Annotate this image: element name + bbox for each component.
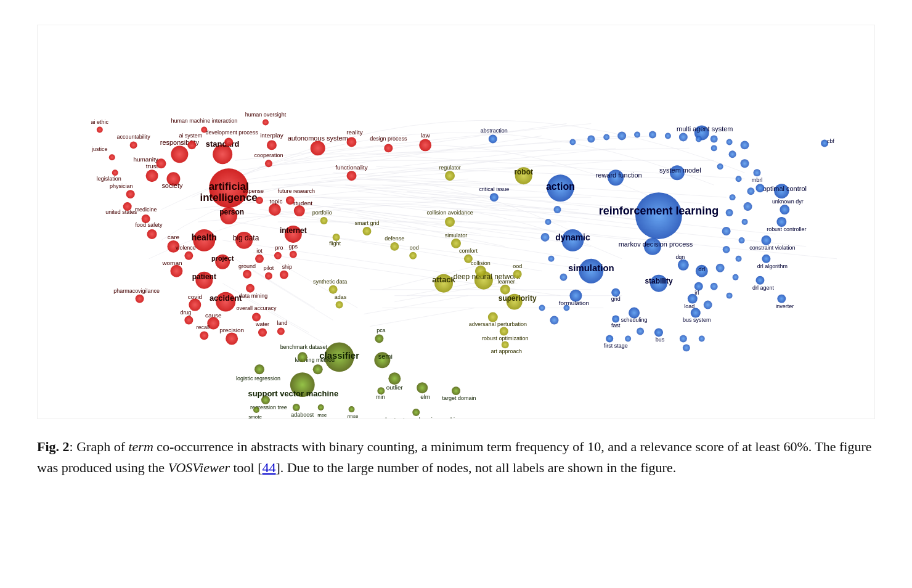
svg-text:interplay: interplay bbox=[260, 132, 283, 139]
svg-text:elm: elm bbox=[420, 393, 430, 400]
svg-point-342 bbox=[710, 135, 718, 142]
svg-text:recall: recall bbox=[197, 324, 210, 330]
svg-point-341 bbox=[696, 136, 702, 142]
svg-point-345 bbox=[554, 206, 561, 213]
svg-text:drug: drug bbox=[180, 309, 191, 316]
svg-text:abstraction: abstraction bbox=[481, 128, 508, 134]
svg-point-331 bbox=[625, 335, 631, 341]
svg-point-320 bbox=[739, 237, 745, 243]
svg-point-315 bbox=[730, 194, 736, 200]
svg-text:superiority: superiority bbox=[499, 294, 537, 303]
svg-text:fast: fast bbox=[611, 322, 621, 329]
svg-point-288 bbox=[688, 294, 698, 304]
svg-text:gps: gps bbox=[289, 243, 298, 250]
svg-text:smote: smote bbox=[248, 414, 262, 419]
svg-point-286 bbox=[606, 335, 613, 342]
svg-text:stability: stability bbox=[645, 277, 673, 285]
svg-text:bus system: bus system bbox=[683, 317, 710, 323]
svg-point-110 bbox=[269, 203, 281, 216]
svg-point-90 bbox=[311, 141, 325, 155]
svg-text:functionality: functionality bbox=[335, 164, 368, 171]
svg-text:legislation: legislation bbox=[97, 176, 121, 182]
svg-point-350 bbox=[563, 305, 569, 311]
svg-text:physician: physician bbox=[110, 183, 132, 189]
svg-point-144 bbox=[265, 272, 272, 280]
svg-text:synthetic data: synthetic data bbox=[313, 279, 347, 285]
svg-point-309 bbox=[729, 150, 736, 158]
svg-text:multi agent system: multi agent system bbox=[677, 125, 733, 133]
svg-text:simulator: simulator bbox=[445, 232, 467, 239]
svg-line-49 bbox=[315, 148, 690, 154]
svg-text:cooperation: cooperation bbox=[254, 152, 283, 158]
svg-text:development process: development process bbox=[206, 129, 259, 136]
svg-point-128 bbox=[184, 251, 193, 260]
svg-text:system model: system model bbox=[659, 166, 701, 174]
svg-point-74 bbox=[109, 154, 115, 160]
svg-point-282 bbox=[654, 328, 663, 337]
svg-point-340 bbox=[679, 133, 688, 141]
svg-point-234 bbox=[336, 301, 343, 309]
svg-text:target domain: target domain bbox=[442, 395, 476, 401]
svg-point-226 bbox=[488, 312, 498, 322]
svg-text:standard: standard bbox=[206, 139, 240, 149]
svg-point-78 bbox=[97, 126, 103, 133]
svg-text:regulator: regulator bbox=[439, 165, 460, 171]
svg-text:cbf: cbf bbox=[827, 138, 834, 144]
svg-text:semi: semi bbox=[378, 353, 393, 360]
svg-point-352 bbox=[539, 305, 545, 311]
svg-text:food safety: food safety bbox=[136, 222, 163, 228]
svg-point-343 bbox=[727, 139, 733, 145]
svg-text:project: project bbox=[211, 255, 234, 262]
svg-point-332 bbox=[637, 327, 644, 335]
svg-point-312 bbox=[753, 169, 760, 176]
svg-point-311 bbox=[741, 159, 749, 168]
svg-point-194 bbox=[293, 404, 300, 411]
svg-point-182 bbox=[313, 364, 323, 374]
svg-point-112 bbox=[294, 205, 305, 216]
svg-point-150 bbox=[136, 295, 144, 303]
svg-point-262 bbox=[489, 134, 497, 143]
svg-point-164 bbox=[226, 332, 238, 345]
svg-point-328 bbox=[680, 335, 687, 342]
svg-text:patient: patient bbox=[192, 272, 216, 281]
svg-point-330 bbox=[683, 344, 690, 351]
svg-point-304 bbox=[755, 276, 764, 285]
svg-line-26 bbox=[309, 185, 474, 197]
svg-point-294 bbox=[755, 184, 764, 192]
svg-point-230 bbox=[502, 341, 509, 348]
svg-text:student: student bbox=[292, 200, 312, 206]
svg-point-339 bbox=[665, 133, 671, 139]
svg-point-308 bbox=[711, 145, 717, 151]
svg-text:dqn: dqn bbox=[675, 254, 685, 260]
svg-line-30 bbox=[364, 296, 468, 314]
svg-text:mse: mse bbox=[317, 412, 327, 418]
svg-point-156 bbox=[184, 316, 193, 325]
svg-text:drl algorithm: drl algorithm bbox=[757, 263, 788, 269]
svg-text:portfolio: portfolio bbox=[312, 210, 332, 216]
svg-point-184 bbox=[298, 352, 307, 362]
svg-text:markov decision process: markov decision process bbox=[619, 240, 693, 248]
svg-text:robust optimization: robust optimization bbox=[482, 335, 528, 341]
svg-text:expense: expense bbox=[243, 188, 264, 194]
svg-point-94 bbox=[384, 144, 393, 152]
svg-point-86 bbox=[187, 141, 196, 149]
svg-text:adaboost: adaboost bbox=[291, 412, 314, 418]
svg-text:united states: united states bbox=[105, 209, 137, 215]
svg-line-32 bbox=[370, 308, 474, 327]
svg-point-323 bbox=[716, 264, 725, 272]
svg-line-14 bbox=[303, 216, 579, 259]
svg-point-188 bbox=[375, 334, 383, 343]
svg-text:humanity: humanity bbox=[133, 156, 158, 163]
svg-point-220 bbox=[500, 285, 510, 295]
svg-line-16 bbox=[333, 203, 629, 216]
svg-point-214 bbox=[451, 239, 461, 248]
svg-text:defense: defense bbox=[385, 235, 404, 242]
citation-link[interactable]: 44 bbox=[263, 460, 276, 475]
svg-text:reinforcement learning: reinforcement learning bbox=[599, 205, 719, 217]
svg-point-176 bbox=[388, 372, 401, 385]
svg-point-196 bbox=[318, 404, 324, 410]
svg-point-218 bbox=[475, 266, 486, 277]
svg-point-76 bbox=[112, 169, 118, 176]
svg-point-318 bbox=[742, 219, 748, 225]
svg-text:benchmark dataset: benchmark dataset bbox=[280, 344, 328, 350]
